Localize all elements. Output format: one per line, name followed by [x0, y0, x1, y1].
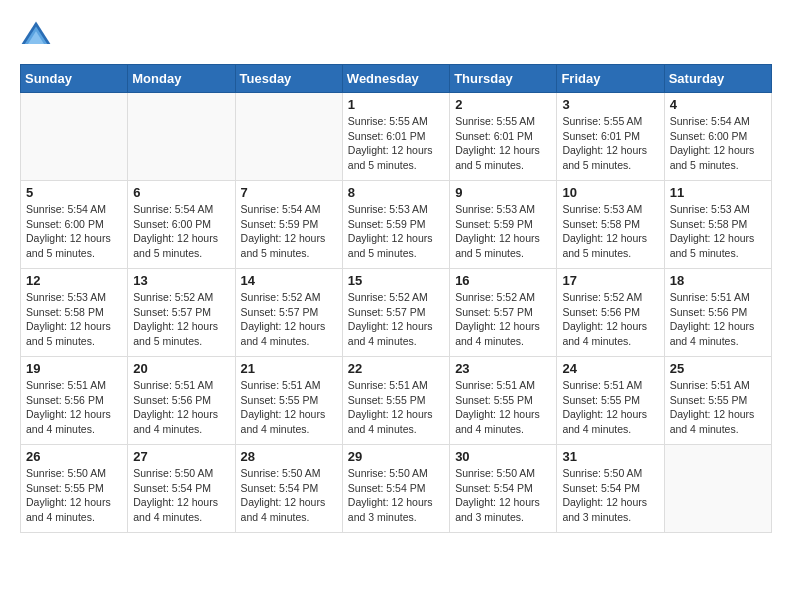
calendar-day-cell: 19Sunrise: 5:51 AM Sunset: 5:56 PM Dayli… — [21, 357, 128, 445]
calendar-day-cell: 20Sunrise: 5:51 AM Sunset: 5:56 PM Dayli… — [128, 357, 235, 445]
day-number: 8 — [348, 185, 444, 200]
day-number: 6 — [133, 185, 229, 200]
day-number: 22 — [348, 361, 444, 376]
day-number: 12 — [26, 273, 122, 288]
day-info: Sunrise: 5:51 AM Sunset: 5:55 PM Dayligh… — [455, 378, 551, 437]
calendar-day-cell: 21Sunrise: 5:51 AM Sunset: 5:55 PM Dayli… — [235, 357, 342, 445]
day-info: Sunrise: 5:54 AM Sunset: 6:00 PM Dayligh… — [670, 114, 766, 173]
day-number: 17 — [562, 273, 658, 288]
day-number: 20 — [133, 361, 229, 376]
calendar-day-cell: 16Sunrise: 5:52 AM Sunset: 5:57 PM Dayli… — [450, 269, 557, 357]
calendar-day-cell: 6Sunrise: 5:54 AM Sunset: 6:00 PM Daylig… — [128, 181, 235, 269]
day-number: 21 — [241, 361, 337, 376]
day-info: Sunrise: 5:54 AM Sunset: 6:00 PM Dayligh… — [133, 202, 229, 261]
day-info: Sunrise: 5:52 AM Sunset: 5:56 PM Dayligh… — [562, 290, 658, 349]
calendar-day-cell: 9Sunrise: 5:53 AM Sunset: 5:59 PM Daylig… — [450, 181, 557, 269]
day-number: 10 — [562, 185, 658, 200]
day-info: Sunrise: 5:55 AM Sunset: 6:01 PM Dayligh… — [562, 114, 658, 173]
calendar-day-cell: 8Sunrise: 5:53 AM Sunset: 5:59 PM Daylig… — [342, 181, 449, 269]
calendar-day-cell: 11Sunrise: 5:53 AM Sunset: 5:58 PM Dayli… — [664, 181, 771, 269]
day-info: Sunrise: 5:50 AM Sunset: 5:54 PM Dayligh… — [562, 466, 658, 525]
calendar-week-row: 19Sunrise: 5:51 AM Sunset: 5:56 PM Dayli… — [21, 357, 772, 445]
calendar-day-cell: 26Sunrise: 5:50 AM Sunset: 5:55 PM Dayli… — [21, 445, 128, 533]
day-number: 25 — [670, 361, 766, 376]
day-number: 27 — [133, 449, 229, 464]
day-number: 24 — [562, 361, 658, 376]
calendar-day-cell: 12Sunrise: 5:53 AM Sunset: 5:58 PM Dayli… — [21, 269, 128, 357]
day-number: 16 — [455, 273, 551, 288]
calendar-day-cell: 3Sunrise: 5:55 AM Sunset: 6:01 PM Daylig… — [557, 93, 664, 181]
day-info: Sunrise: 5:50 AM Sunset: 5:54 PM Dayligh… — [348, 466, 444, 525]
calendar-day-header: Wednesday — [342, 65, 449, 93]
day-number: 5 — [26, 185, 122, 200]
day-number: 9 — [455, 185, 551, 200]
calendar-day-cell — [128, 93, 235, 181]
calendar-week-row: 12Sunrise: 5:53 AM Sunset: 5:58 PM Dayli… — [21, 269, 772, 357]
day-info: Sunrise: 5:55 AM Sunset: 6:01 PM Dayligh… — [455, 114, 551, 173]
calendar-week-row: 26Sunrise: 5:50 AM Sunset: 5:55 PM Dayli… — [21, 445, 772, 533]
day-info: Sunrise: 5:53 AM Sunset: 5:58 PM Dayligh… — [562, 202, 658, 261]
calendar-day-cell — [21, 93, 128, 181]
day-info: Sunrise: 5:54 AM Sunset: 5:59 PM Dayligh… — [241, 202, 337, 261]
day-number: 2 — [455, 97, 551, 112]
calendar-day-cell: 13Sunrise: 5:52 AM Sunset: 5:57 PM Dayli… — [128, 269, 235, 357]
day-info: Sunrise: 5:51 AM Sunset: 5:55 PM Dayligh… — [348, 378, 444, 437]
calendar-day-cell: 17Sunrise: 5:52 AM Sunset: 5:56 PM Dayli… — [557, 269, 664, 357]
day-info: Sunrise: 5:53 AM Sunset: 5:58 PM Dayligh… — [670, 202, 766, 261]
calendar-day-cell: 10Sunrise: 5:53 AM Sunset: 5:58 PM Dayli… — [557, 181, 664, 269]
logo — [20, 20, 56, 48]
day-info: Sunrise: 5:51 AM Sunset: 5:55 PM Dayligh… — [670, 378, 766, 437]
day-number: 19 — [26, 361, 122, 376]
day-number: 26 — [26, 449, 122, 464]
day-number: 11 — [670, 185, 766, 200]
calendar-day-cell: 2Sunrise: 5:55 AM Sunset: 6:01 PM Daylig… — [450, 93, 557, 181]
day-number: 23 — [455, 361, 551, 376]
day-number: 15 — [348, 273, 444, 288]
calendar-header-row: SundayMondayTuesdayWednesdayThursdayFrid… — [21, 65, 772, 93]
day-info: Sunrise: 5:50 AM Sunset: 5:54 PM Dayligh… — [133, 466, 229, 525]
page-header — [20, 20, 772, 48]
calendar-day-cell: 31Sunrise: 5:50 AM Sunset: 5:54 PM Dayli… — [557, 445, 664, 533]
day-number: 30 — [455, 449, 551, 464]
day-number: 13 — [133, 273, 229, 288]
day-info: Sunrise: 5:51 AM Sunset: 5:55 PM Dayligh… — [562, 378, 658, 437]
calendar-day-cell: 4Sunrise: 5:54 AM Sunset: 6:00 PM Daylig… — [664, 93, 771, 181]
logo-icon — [20, 20, 52, 48]
day-info: Sunrise: 5:51 AM Sunset: 5:55 PM Dayligh… — [241, 378, 337, 437]
calendar-day-header: Thursday — [450, 65, 557, 93]
day-number: 29 — [348, 449, 444, 464]
day-info: Sunrise: 5:53 AM Sunset: 5:59 PM Dayligh… — [348, 202, 444, 261]
day-number: 31 — [562, 449, 658, 464]
calendar-day-cell: 15Sunrise: 5:52 AM Sunset: 5:57 PM Dayli… — [342, 269, 449, 357]
calendar-day-cell: 25Sunrise: 5:51 AM Sunset: 5:55 PM Dayli… — [664, 357, 771, 445]
day-info: Sunrise: 5:50 AM Sunset: 5:54 PM Dayligh… — [455, 466, 551, 525]
calendar-day-header: Monday — [128, 65, 235, 93]
calendar-day-cell: 23Sunrise: 5:51 AM Sunset: 5:55 PM Dayli… — [450, 357, 557, 445]
day-info: Sunrise: 5:52 AM Sunset: 5:57 PM Dayligh… — [455, 290, 551, 349]
calendar-day-header: Saturday — [664, 65, 771, 93]
calendar-table: SundayMondayTuesdayWednesdayThursdayFrid… — [20, 64, 772, 533]
calendar-day-header: Sunday — [21, 65, 128, 93]
day-info: Sunrise: 5:51 AM Sunset: 5:56 PM Dayligh… — [133, 378, 229, 437]
calendar-day-cell: 30Sunrise: 5:50 AM Sunset: 5:54 PM Dayli… — [450, 445, 557, 533]
day-info: Sunrise: 5:52 AM Sunset: 5:57 PM Dayligh… — [348, 290, 444, 349]
day-info: Sunrise: 5:52 AM Sunset: 5:57 PM Dayligh… — [133, 290, 229, 349]
calendar-day-cell: 14Sunrise: 5:52 AM Sunset: 5:57 PM Dayli… — [235, 269, 342, 357]
calendar-day-cell — [664, 445, 771, 533]
day-info: Sunrise: 5:55 AM Sunset: 6:01 PM Dayligh… — [348, 114, 444, 173]
day-info: Sunrise: 5:53 AM Sunset: 5:59 PM Dayligh… — [455, 202, 551, 261]
day-number: 3 — [562, 97, 658, 112]
calendar-day-cell: 5Sunrise: 5:54 AM Sunset: 6:00 PM Daylig… — [21, 181, 128, 269]
day-number: 18 — [670, 273, 766, 288]
calendar-day-cell: 29Sunrise: 5:50 AM Sunset: 5:54 PM Dayli… — [342, 445, 449, 533]
calendar-day-cell: 28Sunrise: 5:50 AM Sunset: 5:54 PM Dayli… — [235, 445, 342, 533]
day-info: Sunrise: 5:50 AM Sunset: 5:54 PM Dayligh… — [241, 466, 337, 525]
day-info: Sunrise: 5:53 AM Sunset: 5:58 PM Dayligh… — [26, 290, 122, 349]
day-info: Sunrise: 5:52 AM Sunset: 5:57 PM Dayligh… — [241, 290, 337, 349]
calendar-day-cell: 27Sunrise: 5:50 AM Sunset: 5:54 PM Dayli… — [128, 445, 235, 533]
calendar-day-cell: 18Sunrise: 5:51 AM Sunset: 5:56 PM Dayli… — [664, 269, 771, 357]
calendar-day-cell — [235, 93, 342, 181]
day-number: 1 — [348, 97, 444, 112]
day-number: 28 — [241, 449, 337, 464]
day-info: Sunrise: 5:51 AM Sunset: 5:56 PM Dayligh… — [26, 378, 122, 437]
